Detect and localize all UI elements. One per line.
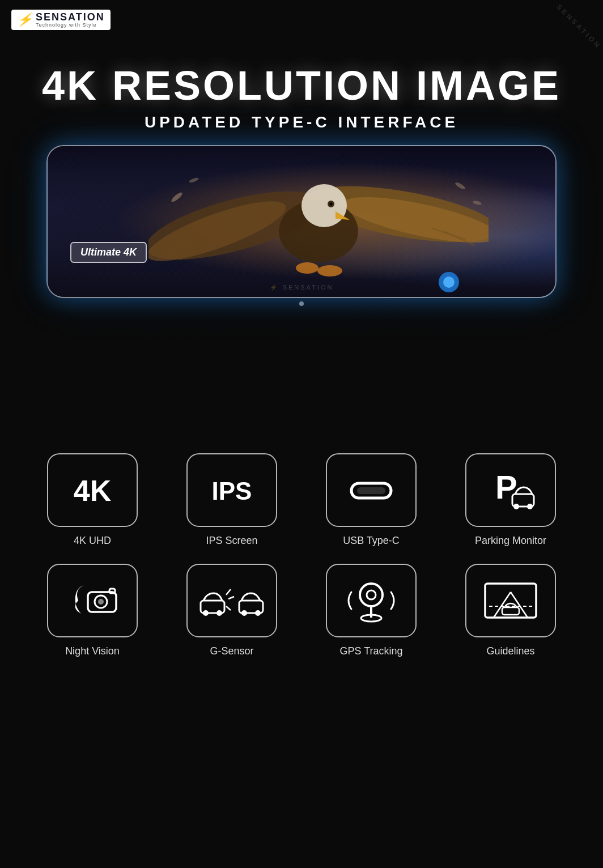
gps-icon bbox=[340, 575, 402, 626]
feature-label-gps: GPS Tracking bbox=[339, 645, 402, 657]
4k-icon: 4K bbox=[64, 470, 121, 510]
feature-parking: P Parking Monitor bbox=[447, 453, 575, 547]
svg-point-34 bbox=[203, 610, 209, 616]
connector-dot bbox=[299, 301, 304, 306]
svg-point-35 bbox=[216, 610, 222, 616]
feature-label-ips: IPS Screen bbox=[206, 535, 257, 547]
svg-rect-50 bbox=[502, 607, 519, 615]
feature-ips-screen: IPS IPS Screen bbox=[168, 453, 296, 547]
feature-icon-box-ips: IPS bbox=[186, 453, 277, 527]
svg-text:IPS: IPS bbox=[212, 477, 252, 505]
svg-point-18 bbox=[472, 200, 482, 206]
hero-subtitle: UPDATED TYPE-C INTERFACE bbox=[0, 113, 603, 131]
feature-icon-box-4k: 4K bbox=[47, 453, 138, 527]
dashboard-container: Ultimate 4K ⚡ SENSATION bbox=[46, 145, 557, 306]
features-grid: 4K 4K UHD IPS IPS Screen US bbox=[28, 453, 575, 657]
feature-icon-box-guidelines bbox=[465, 564, 556, 637]
feature-gps: GPS Tracking bbox=[307, 564, 435, 657]
ultimate-badge-text: Ultimate 4K bbox=[80, 246, 137, 258]
svg-point-43 bbox=[367, 590, 376, 599]
svg-point-40 bbox=[241, 610, 247, 616]
parking-icon: P bbox=[479, 465, 542, 516]
screen-watermark: ⚡ SENSATION bbox=[270, 284, 334, 291]
feature-label-night: Night Vision bbox=[65, 645, 120, 657]
feature-g-sensor: G-Sensor bbox=[168, 564, 296, 657]
feature-label-gsensor: G-Sensor bbox=[210, 645, 253, 657]
svg-point-10 bbox=[317, 265, 342, 276]
eagle-illustration bbox=[148, 152, 489, 293]
svg-point-42 bbox=[360, 584, 383, 606]
svg-point-41 bbox=[255, 610, 261, 616]
feature-icon-box-usb bbox=[326, 453, 417, 527]
feature-usb-type-c: USB Type-C bbox=[307, 453, 435, 547]
feature-icon-box-gsensor bbox=[186, 564, 277, 637]
svg-point-15 bbox=[170, 191, 184, 203]
ultimate-4k-badge: Ultimate 4K bbox=[70, 242, 147, 263]
svg-point-17 bbox=[455, 181, 466, 190]
ips-icon: IPS bbox=[203, 470, 260, 510]
svg-point-9 bbox=[296, 262, 319, 274]
feature-label-parking: Parking Monitor bbox=[475, 535, 546, 547]
feature-icon-box-gps bbox=[326, 564, 417, 637]
guidelines-icon bbox=[477, 575, 545, 626]
mid-section bbox=[0, 306, 603, 419]
hero-section: 4K RESOLUTION IMAGE UPDATED TYPE-C INTER… bbox=[0, 0, 603, 306]
svg-line-36 bbox=[226, 589, 231, 595]
feature-icon-box-night bbox=[47, 564, 138, 637]
svg-line-37 bbox=[228, 597, 234, 599]
svg-point-8 bbox=[330, 203, 333, 206]
feature-guidelines: Guidelines bbox=[447, 564, 575, 657]
hero-title: 4K RESOLUTION IMAGE bbox=[0, 11, 603, 109]
feature-night-vision: Night Vision bbox=[28, 564, 156, 657]
dashboard-frame: Ultimate 4K ⚡ SENSATION bbox=[46, 145, 557, 298]
feature-icon-box-parking: P bbox=[465, 453, 556, 527]
svg-point-20 bbox=[443, 276, 455, 288]
svg-point-5 bbox=[302, 184, 347, 227]
feature-label-4k: 4K UHD bbox=[74, 535, 111, 547]
feature-label-usb: USB Type-C bbox=[343, 535, 400, 547]
svg-text:P: P bbox=[495, 469, 517, 505]
usb-icon bbox=[340, 467, 402, 513]
svg-point-28 bbox=[527, 504, 533, 509]
svg-point-16 bbox=[189, 177, 199, 184]
svg-rect-32 bbox=[109, 589, 115, 593]
svg-rect-46 bbox=[485, 584, 536, 618]
svg-point-31 bbox=[98, 599, 104, 605]
svg-point-27 bbox=[513, 504, 519, 509]
svg-line-38 bbox=[226, 606, 231, 610]
feature-label-guidelines: Guidelines bbox=[486, 645, 534, 657]
svg-text:4K: 4K bbox=[74, 474, 112, 507]
svg-rect-24 bbox=[357, 487, 385, 494]
features-section: 4K 4K UHD IPS IPS Screen US bbox=[0, 419, 603, 680]
g-sensor-icon bbox=[198, 575, 266, 626]
night-vision-icon bbox=[58, 575, 126, 626]
feature-4k-uhd: 4K 4K UHD bbox=[28, 453, 156, 547]
